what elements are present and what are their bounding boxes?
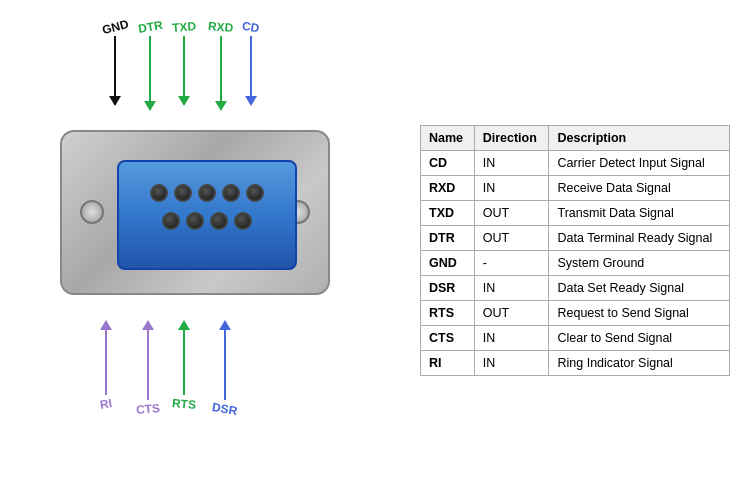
- txd-top-label: TXD: [172, 20, 196, 106]
- cts-bottom-label: CTS: [136, 320, 160, 416]
- table-cell-8-2: Ring Indicator Signal: [549, 350, 730, 375]
- table-cell-2-0: TXD: [421, 200, 475, 225]
- table-row: GND-System Ground: [421, 250, 730, 275]
- table-cell-6-2: Request to Send Signal: [549, 300, 730, 325]
- table-row: RXDINReceive Data Signal: [421, 175, 730, 200]
- pin-row-1: [119, 162, 295, 202]
- metal-shell: [60, 130, 330, 295]
- table-cell-3-1: OUT: [474, 225, 549, 250]
- dtr-top-label: DTR: [138, 20, 163, 111]
- table-row: DSRINData Set Ready Signal: [421, 275, 730, 300]
- diagram-area: GND DTR TXD RXD CD: [20, 10, 400, 490]
- pin-9: [234, 212, 252, 230]
- table-cell-3-0: DTR: [421, 225, 475, 250]
- table-row: RTSOUTRequest to Send Signal: [421, 300, 730, 325]
- pin-2: [174, 184, 192, 202]
- table-row: CDINCarrier Detect Input Signal: [421, 150, 730, 175]
- table-row: DTROUTData Terminal Ready Signal: [421, 225, 730, 250]
- blue-port: [117, 160, 297, 270]
- dsr-bottom-label: DSR: [212, 320, 237, 416]
- main-container: GND DTR TXD RXD CD: [0, 0, 750, 500]
- table-cell-7-0: CTS: [421, 325, 475, 350]
- table-cell-4-1: -: [474, 250, 549, 275]
- col-header-direction: Direction: [474, 125, 549, 150]
- pin-7: [186, 212, 204, 230]
- col-header-description: Description: [549, 125, 730, 150]
- table-row: RIINRing Indicator Signal: [421, 350, 730, 375]
- pin-8: [210, 212, 228, 230]
- table-cell-8-0: RI: [421, 350, 475, 375]
- pin-3: [198, 184, 216, 202]
- table-header-row: Name Direction Description: [421, 125, 730, 150]
- table-cell-5-1: IN: [474, 275, 549, 300]
- pin-5: [246, 184, 264, 202]
- pin-1: [150, 184, 168, 202]
- table-cell-4-2: System Ground: [549, 250, 730, 275]
- table-cell-0-1: IN: [474, 150, 549, 175]
- pin-row-2: [119, 202, 295, 230]
- pin-4: [222, 184, 240, 202]
- table-cell-0-2: Carrier Detect Input Signal: [549, 150, 730, 175]
- cd-top-label: CD: [242, 20, 259, 106]
- table-cell-1-1: IN: [474, 175, 549, 200]
- table-cell-0-0: CD: [421, 150, 475, 175]
- gnd-top-label: GND: [102, 20, 129, 106]
- table-cell-8-1: IN: [474, 350, 549, 375]
- signal-table-area: Name Direction Description CDINCarrier D…: [420, 125, 730, 376]
- table-cell-1-2: Receive Data Signal: [549, 175, 730, 200]
- rxd-top-label: RXD: [208, 20, 233, 111]
- ri-bottom-label: RI: [100, 320, 112, 411]
- signal-table: Name Direction Description CDINCarrier D…: [420, 125, 730, 376]
- table-cell-6-0: RTS: [421, 300, 475, 325]
- table-cell-7-1: IN: [474, 325, 549, 350]
- table-cell-3-2: Data Terminal Ready Signal: [549, 225, 730, 250]
- table-cell-2-1: OUT: [474, 200, 549, 225]
- db9-connector: [50, 120, 340, 340]
- table-cell-4-0: GND: [421, 250, 475, 275]
- table-row: TXDOUTTransmit Data Signal: [421, 200, 730, 225]
- table-cell-1-0: RXD: [421, 175, 475, 200]
- table-row: CTSINClear to Send Signal: [421, 325, 730, 350]
- table-cell-5-2: Data Set Ready Signal: [549, 275, 730, 300]
- rts-bottom-label: RTS: [172, 320, 196, 411]
- pin-6: [162, 212, 180, 230]
- col-header-name: Name: [421, 125, 475, 150]
- table-cell-7-2: Clear to Send Signal: [549, 325, 730, 350]
- screw-left: [80, 200, 104, 224]
- table-cell-6-1: OUT: [474, 300, 549, 325]
- table-cell-2-2: Transmit Data Signal: [549, 200, 730, 225]
- table-cell-5-0: DSR: [421, 275, 475, 300]
